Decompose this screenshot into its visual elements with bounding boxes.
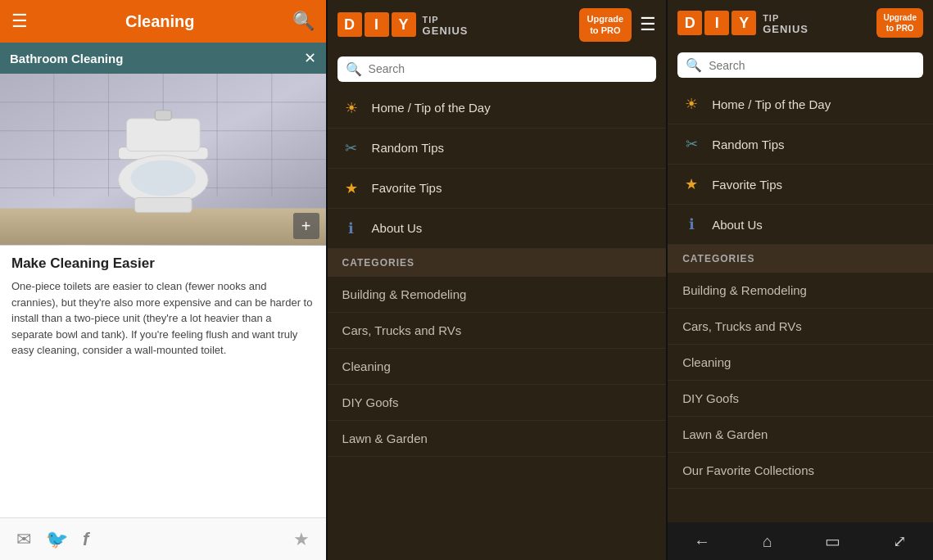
search-input-wrap-3: 🔍 <box>677 52 923 78</box>
nav-item-about-3[interactable]: ℹ About Us <box>668 205 933 245</box>
cat-item-lawn[interactable]: Lawn & Garden <box>328 421 667 457</box>
nav-label-random-3: Random Tips <box>712 138 784 151</box>
cat-label-lawn: Lawn & Garden <box>342 431 428 445</box>
hamburger-menu-icon[interactable]: ☰ <box>640 14 656 35</box>
tile-background <box>0 74 326 245</box>
fullscreen-nav-icon[interactable]: ⤢ <box>893 531 907 551</box>
nav-list: ☀ Home / Tip of the Day ✂ Random Tips ★ … <box>328 88 667 560</box>
about-icon: ℹ <box>342 219 360 237</box>
cat-item-diy-3[interactable]: DIY Goofs <box>668 381 933 417</box>
diy-letters: D I Y <box>337 12 416 37</box>
cat-item-cars-3[interactable]: Cars, Trucks and RVs <box>668 309 933 345</box>
favorites-icon: ★ <box>342 179 360 197</box>
search-icon-menu: 🔍 <box>346 61 362 77</box>
search-bar-3: 🔍 <box>668 46 933 84</box>
home-icon-3: ☀ <box>682 95 700 113</box>
diy-header-3: D I Y TIP GENIUS Upgrade to PRO <box>668 0 933 46</box>
search-icon-3: 🔍 <box>686 57 702 73</box>
cat-label-cleaning: Cleaning <box>342 359 391 373</box>
search-input[interactable] <box>369 62 649 75</box>
favorite-icon[interactable]: ★ <box>293 529 310 550</box>
nav-item-about[interactable]: ℹ About Us <box>328 209 667 249</box>
cat-label-collections-3: Our Favorite Collections <box>682 463 814 477</box>
tip-genius-text: TIP GENIUS <box>423 15 469 37</box>
cat-label-diy-goofs: DIY Goofs <box>342 395 399 409</box>
cat-item-cleaning-3[interactable]: Cleaning <box>668 345 933 381</box>
cat-label-building: Building & Remodeling <box>342 287 467 301</box>
random-icon-3: ✂ <box>682 135 700 153</box>
random-tips-icon: ✂ <box>342 139 360 157</box>
back-nav-icon[interactable]: ← <box>694 532 710 551</box>
hamburger-icon[interactable]: ☰ <box>11 11 28 32</box>
cat-item-cars[interactable]: Cars, Trucks and RVs <box>328 313 667 349</box>
nav-label-home-3: Home / Tip of the Day <box>712 97 831 111</box>
panel-1: ☰ Cleaning 🔍 Bathroom Cleaning ✕ <box>0 0 326 560</box>
svg-rect-16 <box>134 197 192 212</box>
nav-label-home: Home / Tip of the Day <box>372 101 491 115</box>
cat-item-cleaning[interactable]: Cleaning <box>328 349 667 385</box>
upgrade-button[interactable]: Upgrade to PRO <box>579 8 632 42</box>
search-input-3[interactable] <box>709 59 915 72</box>
tip-body: One-piece toilets are easier to clean (f… <box>11 278 315 359</box>
diy-letter-y: Y <box>392 12 416 37</box>
nav-item-home[interactable]: ☀ Home / Tip of the Day <box>328 88 667 129</box>
cat-item-lawn-3[interactable]: Lawn & Garden <box>668 417 933 453</box>
nav-item-random[interactable]: ✂ Random Tips <box>328 129 667 169</box>
svg-rect-13 <box>155 111 171 120</box>
cat-item-building[interactable]: Building & Remodeling <box>328 277 667 313</box>
email-icon[interactable]: ✉ <box>16 529 31 550</box>
plus-button[interactable]: + <box>293 213 319 239</box>
nav-label-favorites: Favorite Tips <box>372 181 442 195</box>
facebook-icon[interactable]: f <box>83 529 88 550</box>
diy-letter-i-3: I <box>704 11 729 35</box>
svg-rect-10 <box>0 208 326 245</box>
categories-header: CATEGORIES <box>328 249 667 277</box>
nav-item-random-3[interactable]: ✂ Random Tips <box>668 124 933 165</box>
bathroom-banner: Bathroom Cleaning ✕ <box>0 43 326 74</box>
home-nav-icon[interactable]: ⌂ <box>763 532 772 551</box>
panel-2: D I Y TIP GENIUS Upgrade to PRO ☰ 🔍 ☀ Ho… <box>328 0 667 560</box>
cat-item-building-3[interactable]: Building & Remodeling <box>668 273 933 309</box>
toilet-image: + <box>0 74 326 246</box>
svg-point-15 <box>130 160 196 196</box>
nav-item-home-3[interactable]: ☀ Home / Tip of the Day <box>668 84 933 124</box>
diy-letter-d: D <box>337 12 362 37</box>
search-icon[interactable]: 🔍 <box>292 11 315 32</box>
nav-label-about-3: About Us <box>712 218 763 232</box>
panel1-title: Cleaning <box>125 12 194 31</box>
cat-label-cars-3: Cars, Trucks and RVs <box>682 319 802 333</box>
diy-header: D I Y TIP GENIUS Upgrade to PRO ☰ <box>328 0 667 50</box>
social-icons: ✉ 🐦 f <box>16 529 88 550</box>
recent-nav-icon[interactable]: ▭ <box>825 531 840 551</box>
diy-letter-d-3: D <box>677 11 702 35</box>
tip-genius-text-3: TIP GENIUS <box>763 13 808 35</box>
twitter-icon[interactable]: 🐦 <box>46 529 68 550</box>
panel-3-inner: D I Y TIP GENIUS Upgrade to PRO 🔍 <box>668 0 933 560</box>
fav-icon-3: ★ <box>682 175 700 193</box>
search-bar: 🔍 <box>328 50 667 88</box>
cat-item-collections-3[interactable]: Our Favorite Collections <box>668 453 933 489</box>
diy-letters-3: D I Y <box>677 11 756 35</box>
upgrade-button-3[interactable]: Upgrade to PRO <box>876 8 923 38</box>
tip-title: Make Cleaning Easier <box>11 255 315 272</box>
close-button[interactable]: ✕ <box>304 49 316 67</box>
cat-label-cars: Cars, Trucks and RVs <box>342 323 462 337</box>
search-input-wrap: 🔍 <box>337 56 657 82</box>
nav-label-random: Random Tips <box>372 141 444 155</box>
about-icon-3: ℹ <box>682 215 700 233</box>
cat-label-building-3: Building & Remodeling <box>682 283 807 297</box>
cat-item-diy-goofs[interactable]: DIY Goofs <box>328 385 667 421</box>
tip-content: Make Cleaning Easier One-piece toilets a… <box>0 246 326 517</box>
bathroom-banner-title: Bathroom Cleaning <box>10 52 123 65</box>
bottom-bar: ✉ 🐦 f ★ <box>0 517 326 560</box>
cat-label-lawn-3: Lawn & Garden <box>682 427 768 441</box>
diy-logo: D I Y TIP GENIUS <box>337 12 469 37</box>
svg-rect-12 <box>126 119 200 151</box>
nav-item-favorites[interactable]: ★ Favorite Tips <box>328 169 667 209</box>
cat-label-diy-3: DIY Goofs <box>682 391 739 405</box>
app-header: ☰ Cleaning 🔍 <box>0 0 326 43</box>
categories-header-3: CATEGORIES <box>668 245 933 273</box>
home-tip-icon: ☀ <box>342 99 360 117</box>
nav-item-fav-3[interactable]: ★ Favorite Tips <box>668 165 933 205</box>
diy-logo-3: D I Y TIP GENIUS <box>677 11 808 35</box>
